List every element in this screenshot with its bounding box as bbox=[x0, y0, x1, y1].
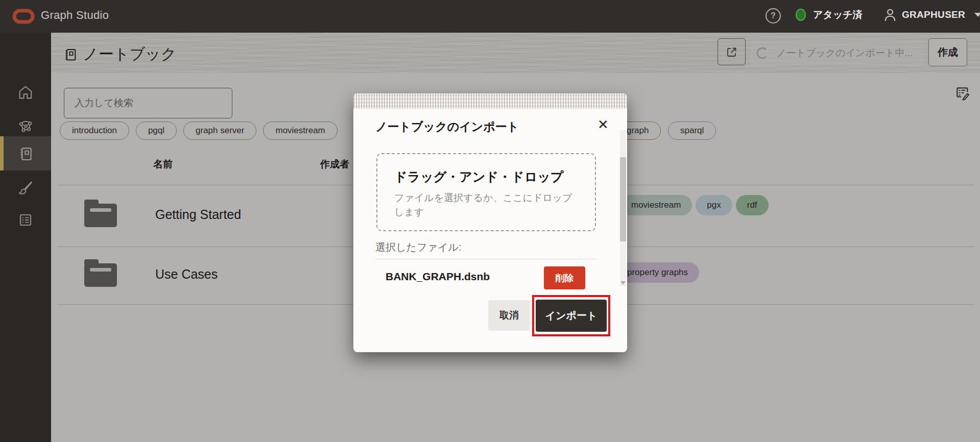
top-bar: Graph Studio ? アタッチ済 GRAPHUSER bbox=[0, 0, 980, 33]
user-icon bbox=[883, 7, 897, 22]
paintbrush-icon bbox=[17, 180, 34, 196]
oracle-logo-icon bbox=[12, 9, 35, 24]
scrollbar-down-arrow-icon[interactable] bbox=[620, 281, 626, 285]
delete-file-button[interactable]: 削除 bbox=[544, 266, 585, 289]
modal-header-texture bbox=[353, 93, 627, 109]
sidebar-item-notebooks[interactable] bbox=[0, 136, 51, 170]
notebook-icon bbox=[17, 145, 34, 162]
import-notebook-modal: ノートブックのインポート ✕ ドラッグ・アンド・ドロップ ファイルを選択するか、… bbox=[353, 93, 627, 352]
sidebar bbox=[0, 33, 51, 442]
sidebar-item-home[interactable] bbox=[0, 76, 51, 109]
app-title: Graph Studio bbox=[41, 9, 109, 22]
close-icon[interactable]: ✕ bbox=[593, 115, 613, 134]
chevron-down-icon bbox=[974, 13, 980, 17]
files-divider bbox=[375, 259, 596, 259]
scrollbar-thumb[interactable] bbox=[620, 157, 626, 241]
dropzone-title: ドラッグ・アンド・ドロップ bbox=[394, 168, 563, 185]
attach-status[interactable]: アタッチ済 bbox=[795, 7, 863, 22]
template-list-icon bbox=[17, 212, 34, 228]
home-icon bbox=[17, 84, 34, 101]
cancel-button[interactable]: 取消 bbox=[488, 300, 530, 331]
dropzone-hint: ファイルを選択するか、ここにドロップします bbox=[394, 191, 574, 219]
sidebar-item-style[interactable] bbox=[0, 171, 51, 205]
file-dropzone[interactable]: ドラッグ・アンド・ドロップ ファイルを選択するか、ここにドロップします bbox=[376, 153, 596, 231]
modal-title: ノートブックのインポート bbox=[375, 119, 519, 135]
help-icon[interactable]: ? bbox=[766, 8, 781, 23]
selected-files-label: 選択したファイル: bbox=[375, 240, 461, 254]
modal-scrollbar[interactable] bbox=[620, 130, 626, 286]
status-dot-icon bbox=[795, 7, 807, 22]
selected-file-name: BANK_GRAPH.dsnb bbox=[386, 271, 490, 283]
status-label: アタッチ済 bbox=[813, 8, 863, 21]
graph-icon bbox=[17, 118, 34, 134]
username-label: GRAPHUSER bbox=[902, 9, 965, 20]
import-button[interactable]: インポート bbox=[536, 300, 607, 332]
user-menu[interactable]: GRAPHUSER bbox=[883, 7, 980, 22]
sidebar-item-templates[interactable] bbox=[0, 203, 51, 237]
